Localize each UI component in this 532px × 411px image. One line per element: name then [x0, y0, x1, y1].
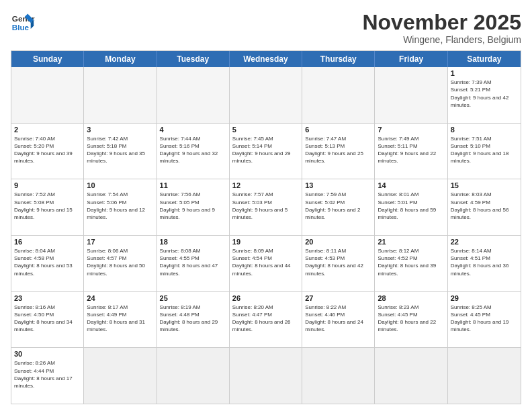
day-number: 13 — [305, 181, 371, 189]
day-cell-22: 22Sunrise: 8:14 AM Sunset: 4:51 PM Dayli… — [448, 236, 521, 291]
day-number: 5 — [232, 126, 299, 134]
weekday-header-monday: Monday — [84, 51, 157, 67]
weekday-header-sunday: Sunday — [11, 51, 84, 67]
day-info: Sunrise: 7:47 AM Sunset: 5:13 PM Dayligh… — [305, 135, 371, 165]
calendar-row-2: 2Sunrise: 7:40 AM Sunset: 5:20 PM Daylig… — [11, 124, 521, 180]
location: Wingene, Flanders, Belgium — [362, 34, 521, 45]
calendar-header: SundayMondayTuesdayWednesdayThursdayFrid… — [11, 51, 521, 67]
day-cell-4: 4Sunrise: 7:44 AM Sunset: 5:16 PM Daylig… — [157, 124, 230, 179]
day-info: Sunrise: 8:14 AM Sunset: 4:51 PM Dayligh… — [451, 247, 518, 277]
day-number: 8 — [451, 126, 518, 134]
day-info: Sunrise: 8:09 AM Sunset: 4:54 PM Dayligh… — [232, 247, 299, 277]
day-info: Sunrise: 8:01 AM Sunset: 5:01 PM Dayligh… — [378, 191, 444, 221]
day-number: 25 — [160, 294, 226, 302]
day-info: Sunrise: 8:03 AM Sunset: 4:59 PM Dayligh… — [451, 191, 518, 221]
day-cell-5: 5Sunrise: 7:45 AM Sunset: 5:14 PM Daylig… — [230, 124, 302, 179]
empty-cell — [11, 67, 84, 123]
day-number: 9 — [14, 181, 81, 189]
day-info: Sunrise: 8:08 AM Sunset: 4:55 PM Dayligh… — [160, 247, 226, 277]
day-cell-2: 2Sunrise: 7:40 AM Sunset: 5:20 PM Daylig… — [11, 124, 84, 179]
day-info: Sunrise: 8:22 AM Sunset: 4:46 PM Dayligh… — [305, 304, 371, 334]
day-info: Sunrise: 8:26 AM Sunset: 4:44 PM Dayligh… — [14, 359, 81, 390]
day-cell-3: 3Sunrise: 7:42 AM Sunset: 5:18 PM Daylig… — [84, 124, 157, 179]
month-title: November 2025 — [362, 11, 521, 34]
day-cell-7: 7Sunrise: 7:49 AM Sunset: 5:11 PM Daylig… — [375, 124, 447, 179]
day-info: Sunrise: 8:04 AM Sunset: 4:58 PM Dayligh… — [14, 247, 81, 277]
empty-cell — [230, 348, 302, 404]
day-cell-25: 25Sunrise: 8:19 AM Sunset: 4:48 PM Dayli… — [157, 292, 230, 348]
day-cell-19: 19Sunrise: 8:09 AM Sunset: 4:54 PM Dayli… — [230, 236, 302, 291]
day-cell-26: 26Sunrise: 8:20 AM Sunset: 4:47 PM Dayli… — [230, 292, 302, 348]
day-info: Sunrise: 8:20 AM Sunset: 4:47 PM Dayligh… — [232, 304, 299, 334]
day-number: 22 — [451, 238, 518, 246]
day-number: 28 — [378, 294, 444, 302]
empty-cell — [84, 348, 157, 404]
day-number: 20 — [305, 238, 371, 246]
day-cell-16: 16Sunrise: 8:04 AM Sunset: 4:58 PM Dayli… — [11, 236, 84, 291]
weekday-header-tuesday: Tuesday — [157, 51, 230, 67]
day-cell-20: 20Sunrise: 8:11 AM Sunset: 4:53 PM Dayli… — [302, 236, 375, 291]
empty-cell — [375, 67, 447, 123]
empty-cell — [302, 67, 375, 123]
day-number: 18 — [160, 238, 226, 246]
day-number: 10 — [87, 181, 153, 189]
day-number: 29 — [451, 294, 518, 302]
day-cell-30: 30Sunrise: 8:26 AM Sunset: 4:44 PM Dayli… — [11, 348, 84, 404]
svg-text:Blue: Blue — [12, 23, 30, 32]
day-info: Sunrise: 8:06 AM Sunset: 4:57 PM Dayligh… — [87, 247, 153, 277]
day-cell-17: 17Sunrise: 8:06 AM Sunset: 4:57 PM Dayli… — [84, 236, 157, 291]
day-number: 21 — [378, 238, 444, 246]
day-cell-9: 9Sunrise: 7:52 AM Sunset: 5:08 PM Daylig… — [11, 179, 84, 235]
day-cell-1: 1Sunrise: 7:39 AM Sunset: 5:21 PM Daylig… — [448, 67, 521, 123]
calendar-page: General Blue November 2025 Wingene, Flan… — [0, 0, 532, 411]
empty-cell — [157, 67, 230, 123]
day-number: 15 — [451, 181, 518, 189]
day-info: Sunrise: 8:17 AM Sunset: 4:49 PM Dayligh… — [87, 304, 153, 334]
day-info: Sunrise: 7:54 AM Sunset: 5:06 PM Dayligh… — [87, 191, 153, 221]
day-number: 19 — [232, 238, 299, 246]
day-cell-14: 14Sunrise: 8:01 AM Sunset: 5:01 PM Dayli… — [375, 179, 447, 235]
day-info: Sunrise: 8:12 AM Sunset: 4:52 PM Dayligh… — [378, 247, 444, 277]
calendar-body: 1Sunrise: 7:39 AM Sunset: 5:21 PM Daylig… — [11, 67, 521, 404]
day-cell-24: 24Sunrise: 8:17 AM Sunset: 4:49 PM Dayli… — [84, 292, 157, 348]
day-number: 24 — [87, 294, 153, 302]
day-info: Sunrise: 7:52 AM Sunset: 5:08 PM Dayligh… — [14, 191, 81, 221]
day-number: 6 — [305, 126, 371, 134]
weekday-header-wednesday: Wednesday — [230, 51, 302, 67]
weekday-header-friday: Friday — [375, 51, 447, 67]
calendar-row-4: 16Sunrise: 8:04 AM Sunset: 4:58 PM Dayli… — [11, 236, 521, 292]
empty-cell — [157, 348, 230, 404]
day-number: 7 — [378, 126, 444, 134]
day-number: 12 — [232, 181, 299, 189]
day-number: 1 — [451, 69, 518, 77]
day-info: Sunrise: 7:56 AM Sunset: 5:05 PM Dayligh… — [160, 191, 226, 221]
empty-cell — [84, 67, 157, 123]
day-info: Sunrise: 7:42 AM Sunset: 5:18 PM Dayligh… — [87, 135, 153, 165]
page-header: General Blue November 2025 Wingene, Flan… — [11, 11, 521, 45]
day-info: Sunrise: 8:25 AM Sunset: 4:45 PM Dayligh… — [451, 304, 518, 334]
day-number: 11 — [160, 181, 226, 189]
empty-cell — [302, 348, 375, 404]
day-cell-15: 15Sunrise: 8:03 AM Sunset: 4:59 PM Dayli… — [448, 179, 521, 235]
weekday-header-thursday: Thursday — [302, 51, 375, 67]
day-info: Sunrise: 8:11 AM Sunset: 4:53 PM Dayligh… — [305, 247, 371, 277]
day-info: Sunrise: 7:44 AM Sunset: 5:16 PM Dayligh… — [160, 135, 226, 165]
calendar-row-1: 1Sunrise: 7:39 AM Sunset: 5:21 PM Daylig… — [11, 67, 521, 124]
day-number: 27 — [305, 294, 371, 302]
day-info: Sunrise: 7:59 AM Sunset: 5:02 PM Dayligh… — [305, 191, 371, 221]
title-block: November 2025 Wingene, Flanders, Belgium — [362, 11, 521, 45]
day-number: 17 — [87, 238, 153, 246]
day-info: Sunrise: 7:57 AM Sunset: 5:03 PM Dayligh… — [232, 191, 299, 221]
day-cell-18: 18Sunrise: 8:08 AM Sunset: 4:55 PM Dayli… — [157, 236, 230, 291]
day-cell-28: 28Sunrise: 8:23 AM Sunset: 4:45 PM Dayli… — [375, 292, 447, 348]
logo: General Blue — [11, 11, 35, 35]
day-cell-27: 27Sunrise: 8:22 AM Sunset: 4:46 PM Dayli… — [302, 292, 375, 348]
day-number: 16 — [14, 238, 81, 246]
day-cell-12: 12Sunrise: 7:57 AM Sunset: 5:03 PM Dayli… — [230, 179, 302, 235]
empty-cell — [375, 348, 447, 404]
day-number: 2 — [14, 126, 81, 134]
day-cell-11: 11Sunrise: 7:56 AM Sunset: 5:05 PM Dayli… — [157, 179, 230, 235]
empty-cell — [448, 348, 521, 404]
day-info: Sunrise: 8:23 AM Sunset: 4:45 PM Dayligh… — [378, 304, 444, 334]
day-number: 23 — [14, 294, 81, 302]
